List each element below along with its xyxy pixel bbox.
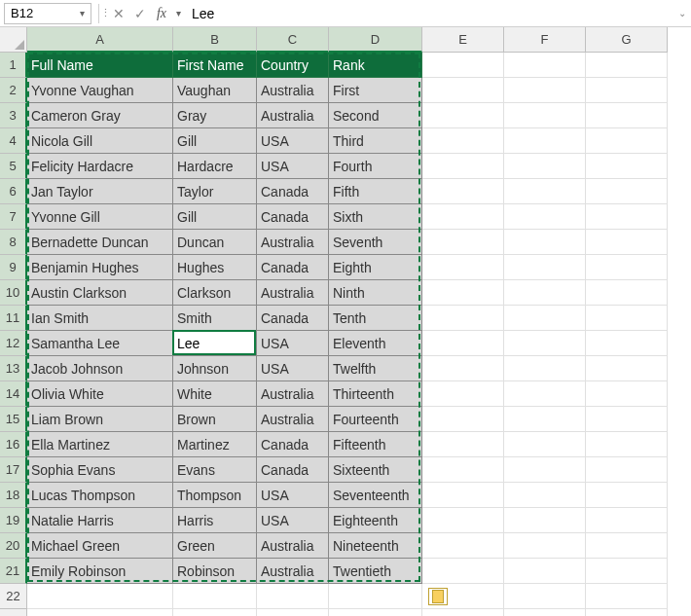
cell-C13[interactable]: USA [257, 356, 329, 381]
cell-E20[interactable] [422, 533, 504, 559]
cell-A14[interactable]: Olivia White [27, 381, 173, 407]
cell-C9[interactable]: Canada [257, 255, 329, 280]
cell-B9[interactable]: Hughes [173, 255, 257, 280]
column-header-B[interactable]: B [173, 27, 257, 53]
cell-B10[interactable]: Clarkson [173, 280, 257, 306]
cell-A17[interactable]: Sophia Evans [27, 457, 173, 483]
cell-D22[interactable] [329, 584, 422, 609]
cell-E15[interactable] [422, 407, 504, 432]
cell-G15[interactable] [586, 407, 668, 432]
cell-E2[interactable] [422, 78, 504, 103]
column-header-C[interactable]: C [257, 27, 329, 53]
cell-A15[interactable]: Liam Brown [27, 407, 173, 432]
column-header-D[interactable]: D [329, 27, 422, 53]
row-header-11[interactable]: 11 [0, 306, 27, 331]
cell-G7[interactable] [586, 204, 668, 230]
row-header-20[interactable]: 20 [0, 533, 27, 559]
cell-E4[interactable] [422, 128, 504, 154]
cell-C2[interactable]: Australia [257, 78, 329, 103]
cell-A20[interactable]: Michael Green [27, 533, 173, 559]
cell-E5[interactable] [422, 154, 504, 179]
cell-G9[interactable] [586, 255, 668, 280]
cancel-button[interactable]: ✕ [108, 3, 129, 24]
cell-A11[interactable]: Ian Smith [27, 306, 173, 331]
cell-G5[interactable] [586, 154, 668, 179]
cell-A2[interactable]: Yvonne Vaughan [27, 78, 173, 103]
cell-B11[interactable]: Smith [173, 306, 257, 331]
cell-B17[interactable]: Evans [173, 457, 257, 483]
cell-C19[interactable]: USA [257, 508, 329, 533]
row-header-6[interactable]: 6 [0, 179, 27, 204]
cell-G20[interactable] [586, 533, 668, 559]
row-header-16[interactable]: 16 [0, 432, 27, 457]
cell-B6[interactable]: Taylor [173, 179, 257, 204]
cell-E1[interactable] [422, 53, 504, 78]
cell-G2[interactable] [586, 78, 668, 103]
cell-D18[interactable]: Seventeenth [329, 483, 422, 508]
row-header-19[interactable]: 19 [0, 508, 27, 533]
formula-input[interactable] [184, 3, 673, 24]
cell-E13[interactable] [422, 356, 504, 381]
cell-B15[interactable]: Brown [173, 407, 257, 432]
cell-A16[interactable]: Ella Martinez [27, 432, 173, 457]
cell-G21[interactable] [586, 559, 668, 584]
cell-F8[interactable] [504, 230, 586, 255]
cell-D5[interactable]: Fourth [329, 154, 422, 179]
cell-F4[interactable] [504, 128, 586, 154]
cell-F6[interactable] [504, 179, 586, 204]
cell-G8[interactable] [586, 230, 668, 255]
cell-C15[interactable]: Australia [257, 407, 329, 432]
cell-B23[interactable] [173, 609, 257, 616]
cell-A13[interactable]: Jacob Johnson [27, 356, 173, 381]
cell-C21[interactable]: Australia [257, 559, 329, 584]
cell-E23[interactable] [422, 609, 504, 616]
cell-D10[interactable]: Ninth [329, 280, 422, 306]
cell-E6[interactable] [422, 179, 504, 204]
cell-G18[interactable] [586, 483, 668, 508]
row-header-17[interactable]: 17 [0, 457, 27, 483]
cell-A4[interactable]: Nicola Gill [27, 128, 173, 154]
cell-B22[interactable] [173, 584, 257, 609]
row-header-12[interactable]: 12 [0, 331, 27, 356]
cell-C18[interactable]: USA [257, 483, 329, 508]
cell-C14[interactable]: Australia [257, 381, 329, 407]
cell-F1[interactable] [504, 53, 586, 78]
cell-F7[interactable] [504, 204, 586, 230]
cell-E11[interactable] [422, 306, 504, 331]
cell-B5[interactable]: Hardacre [173, 154, 257, 179]
cell-D15[interactable]: Fourteenth [329, 407, 422, 432]
row-header-22[interactable]: 22 [0, 584, 27, 609]
cell-C11[interactable]: Canada [257, 306, 329, 331]
cell-D4[interactable]: Third [329, 128, 422, 154]
cell-A23[interactable] [27, 609, 173, 616]
cell-A12[interactable]: Samantha Lee [27, 331, 173, 356]
cell-B4[interactable]: Gill [173, 128, 257, 154]
cell-F14[interactable] [504, 381, 586, 407]
cell-G13[interactable] [586, 356, 668, 381]
column-header-A[interactable]: A [27, 27, 173, 53]
cell-B12[interactable]: Lee [173, 331, 257, 356]
cell-D20[interactable]: Nineteenth [329, 533, 422, 559]
cell-D19[interactable]: Eighteenth [329, 508, 422, 533]
cell-C6[interactable]: Canada [257, 179, 329, 204]
cell-F15[interactable] [504, 407, 586, 432]
cell-D9[interactable]: Eighth [329, 255, 422, 280]
cell-D11[interactable]: Tenth [329, 306, 422, 331]
cell-A19[interactable]: Natalie Harris [27, 508, 173, 533]
cell-G6[interactable] [586, 179, 668, 204]
cell-G11[interactable] [586, 306, 668, 331]
name-box[interactable]: B12 ▾ [4, 3, 91, 24]
cell-G12[interactable] [586, 331, 668, 356]
cell-F10[interactable] [504, 280, 586, 306]
header-cell-D[interactable]: Rank [329, 53, 422, 78]
chevron-down-icon[interactable]: ▾ [172, 3, 184, 24]
cell-A6[interactable]: Jan Taylor [27, 179, 173, 204]
cell-A8[interactable]: Bernadette Duncan [27, 230, 173, 255]
cell-C8[interactable]: Australia [257, 230, 329, 255]
cell-D3[interactable]: Second [329, 103, 422, 128]
cell-F21[interactable] [504, 559, 586, 584]
cell-A5[interactable]: Felicity Hardacre [27, 154, 173, 179]
cell-G19[interactable] [586, 508, 668, 533]
cell-B7[interactable]: Gill [173, 204, 257, 230]
cell-B2[interactable]: Vaughan [173, 78, 257, 103]
